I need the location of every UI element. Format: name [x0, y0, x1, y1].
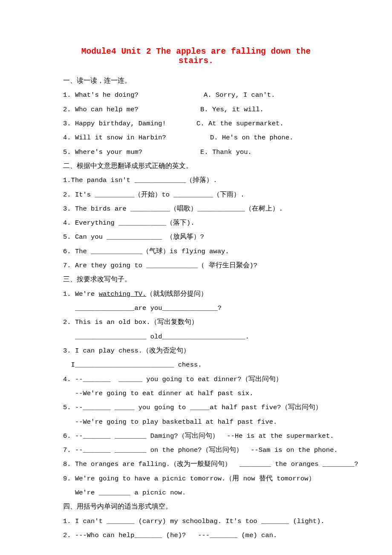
s1-row-4: 4. Will it snow in Harbin?D. He's on the…	[63, 131, 329, 145]
section-1-header: 一、读一读，连一连。	[63, 74, 329, 88]
s2-l5: 5. Can you ______________ （放风筝）?	[63, 230, 329, 244]
s3-l9a: 9. We're going to have a picnic tomorrow…	[63, 472, 329, 486]
s3-l9b: We're ________ a picnic now.	[63, 486, 329, 500]
section-2-header: 二、根据中文意思翻译成形式正确的英文。	[63, 159, 329, 173]
s3-l3a: 3. I can play chess.（改为否定句）	[63, 344, 329, 358]
s3-l1b: （就划线部分提问）	[146, 290, 208, 298]
s2-l1: 1.The panda isn't _____________（掉落）.	[63, 173, 329, 188]
s2-l7: 7. Are they going to _____________（ 举行生日…	[63, 259, 329, 273]
s1-row-2: 2. Who can help me?B. Yes, it will.	[63, 103, 329, 117]
s1-row-5: 5. Where's your mum?E. Thank you.	[63, 145, 329, 159]
s3-l2b: __________________ old__________________…	[63, 330, 329, 344]
s3-l1c: _______________are you______________?	[63, 301, 329, 315]
s1-a5: E. Thank you.	[200, 148, 252, 156]
s2-l6: 6. The _____________（气球）is flying away.	[63, 245, 329, 259]
s1-a1: A. Sorry, I can't.	[204, 91, 275, 99]
s1-q4: 4. Will it snow in Harbin?	[63, 131, 210, 145]
s3-l7: 7. --_______ ________ on the phone?（写出问句…	[63, 443, 329, 457]
s3-l5b: --We're going to play basketball at half…	[63, 415, 329, 429]
s3-l8: 8. The oranges are falling.（改为一般疑问句） ___…	[63, 457, 329, 471]
s1-a3: C. At the supermarket.	[196, 120, 284, 127]
s4-l1: 1. I can't _______ (carry) my schoolbag.…	[63, 515, 329, 529]
s1-q2: 2. Who can help me?	[63, 103, 200, 117]
section-3-header: 三、按要求改写句子。	[63, 273, 329, 287]
s3-l3b: I_________________________ chess.	[63, 358, 329, 372]
s3-l1-underline: watching TV.	[99, 290, 147, 298]
s2-l2: 2. It's __________（开始）to __________（下雨）.	[63, 188, 329, 202]
s2-l4: 4. Everything ____________（落下).	[63, 216, 329, 230]
s1-a2: B. Yes, it will.	[200, 106, 264, 113]
s3-l6: 6. --_______ ________ Daming?（写出问句） --He…	[63, 429, 329, 443]
s2-l3: 3. The birds are __________（唱歌）_________…	[63, 202, 329, 216]
worksheet-page: Module4 Unit 2 The apples are falling do…	[0, 0, 392, 555]
s3-l2a: 2. This is an old box.（写出复数句）	[63, 315, 329, 330]
s4-l2: 2. ---Who can help_______ (he)? ---_____…	[63, 529, 329, 543]
s1-row-1: 1. What's he doing?A. Sorry, I can't.	[63, 88, 329, 102]
page-title: Module4 Unit 2 The apples are falling do…	[63, 47, 329, 66]
s3-l4a: 4. --_______ ______ you going to eat din…	[63, 373, 329, 387]
s1-q5: 5. Where's your mum?	[63, 145, 200, 159]
section-4-header: 四、用括号内单词的适当形式填空。	[63, 500, 329, 514]
s1-a4: D. He's on the phone.	[210, 134, 293, 142]
s3-l1: 1. We're watching TV.（就划线部分提问）	[63, 287, 329, 301]
s3-l1a: 1. We're	[63, 290, 99, 298]
s1-q3: 3. Happy birthday, Daming!	[63, 117, 196, 131]
s3-l4b: --We're going to eat dinner at half past…	[63, 387, 329, 401]
s3-l5a: 5. --_______ _____ you going to _____at …	[63, 401, 329, 415]
s1-q1: 1. What's he doing?	[63, 88, 204, 102]
s1-row-3: 3. Happy birthday, Daming!C. At the supe…	[63, 117, 329, 131]
